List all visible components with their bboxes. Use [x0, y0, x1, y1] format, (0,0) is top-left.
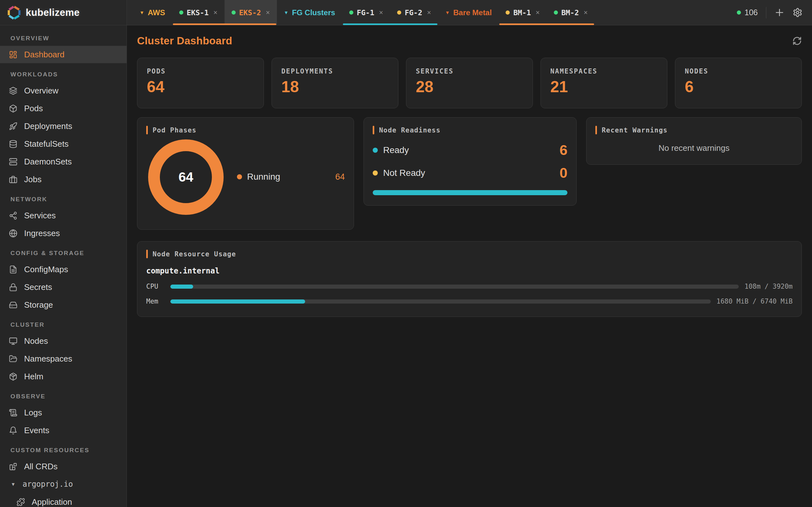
- sidebar-item-namespaces[interactable]: Namespaces: [0, 350, 126, 368]
- briefcase-icon: [9, 175, 17, 184]
- sidebar-item-label: Deployments: [24, 121, 72, 131]
- readiness-label: Not Ready: [383, 168, 425, 178]
- status-dot: [232, 10, 236, 14]
- tab-fg-1[interactable]: FG-1 ×: [342, 0, 390, 25]
- sidebar-item-logs[interactable]: Logs: [0, 404, 126, 421]
- usage-label: Mem: [146, 297, 170, 305]
- card-header: Recent Warnings: [595, 126, 793, 134]
- sidebar-item-label: Helm: [24, 372, 44, 382]
- legend-label: Running: [247, 172, 280, 182]
- usage-value: 1680 MiB / 6740 MiB: [716, 297, 793, 305]
- settings-button[interactable]: [793, 8, 803, 17]
- tab-bm-1[interactable]: BM-1 ×: [499, 0, 547, 25]
- close-icon[interactable]: ×: [583, 9, 588, 17]
- mem-usage-track: [170, 299, 711, 303]
- sidebar-item-label: Services: [24, 211, 56, 221]
- triangle-down-icon: ▼: [445, 10, 450, 15]
- close-icon[interactable]: ×: [536, 9, 540, 17]
- readiness-progress-track: [373, 190, 567, 195]
- tab-label: EKS-2: [239, 9, 261, 17]
- sidebar-item-label: Ingresses: [24, 228, 60, 238]
- accent-bar: [595, 126, 597, 134]
- sidebar-item-deployments[interactable]: Deployments: [0, 117, 126, 135]
- app-root: kubelizeme OVERVIEW Dashboard WORKLOADS …: [0, 0, 812, 507]
- readiness-row-not-ready: Not Ready 0: [373, 166, 567, 180]
- sidebar-item-label: Events: [24, 426, 49, 435]
- add-cluster-button[interactable]: [774, 8, 784, 17]
- close-icon[interactable]: ×: [427, 9, 431, 17]
- stat-card-pods: PODS 64: [137, 58, 264, 108]
- usage-row-mem: Mem 1680 MiB / 6740 MiB: [146, 297, 793, 305]
- main-content: Cluster Dashboard PODS 64 DEPLOYMENTS 18…: [127, 25, 812, 507]
- sidebar-item-nodes[interactable]: Nodes: [0, 332, 126, 350]
- stat-value: 21: [550, 79, 658, 95]
- close-icon[interactable]: ×: [379, 9, 383, 17]
- sidebar-item-application[interactable]: Application: [0, 493, 126, 507]
- sidebar-item-dashboard[interactable]: Dashboard: [0, 46, 126, 63]
- tab-group-aws[interactable]: ▼ AWS: [133, 0, 172, 25]
- tab-group-underline: [343, 23, 438, 25]
- sidebar-item-label: Logs: [24, 408, 42, 418]
- section-header-observe: OBSERVE: [0, 385, 126, 404]
- hard-drive-icon: [9, 301, 17, 309]
- sidebar-item-label: Jobs: [24, 175, 42, 184]
- cluster-tab-group-fg: FG-1 × FG-2 ×: [342, 0, 438, 25]
- stat-label: DEPLOYMENTS: [281, 67, 389, 75]
- cpu-usage-fill: [170, 285, 193, 289]
- sidebar-item-secrets[interactable]: Secrets: [0, 278, 126, 296]
- package-icon: [9, 372, 17, 381]
- sidebar-item-helm[interactable]: Helm: [0, 368, 126, 385]
- database-icon: [9, 140, 17, 148]
- sidebar-nav: OVERVIEW Dashboard WORKLOADS Overview Po…: [0, 25, 126, 507]
- sidebar-item-label: Secrets: [24, 282, 52, 292]
- tab-bm-2[interactable]: BM-2 ×: [547, 0, 595, 25]
- accent-bar: [373, 126, 374, 134]
- section-header-cluster: CLUSTER: [0, 314, 126, 332]
- file-text-icon: [9, 265, 17, 274]
- card-title: Node Resource Usage: [153, 250, 236, 258]
- tab-fg-2[interactable]: FG-2 ×: [390, 0, 438, 25]
- middle-row: Pod Phases 64 Running 64 Node Readi: [137, 117, 802, 230]
- server-icon: [9, 158, 17, 166]
- sidebar-item-configmaps[interactable]: ConfigMaps: [0, 261, 126, 278]
- sidebar-item-label: Namespaces: [24, 354, 72, 364]
- folder-open-icon: [9, 354, 17, 363]
- tab-eks-2[interactable]: EKS-2 ×: [224, 0, 277, 25]
- sidebar-item-all-crds[interactable]: All CRDs: [0, 458, 126, 475]
- accent-bar: [146, 126, 148, 134]
- topbar: ▼ AWS EKS-1 × EKS-2 × ▼ FG Clusters FG-1: [127, 0, 812, 25]
- sidebar-item-daemonsets[interactable]: DaemonSets: [0, 153, 126, 170]
- sidebar-item-pods[interactable]: Pods: [0, 100, 126, 117]
- sidebar-item-jobs[interactable]: Jobs: [0, 170, 126, 188]
- pod-phases-body: 64 Running 64: [146, 134, 345, 215]
- readiness-progress-fill: [373, 190, 567, 195]
- sidebar-item-statefulsets[interactable]: StatefulSets: [0, 135, 126, 153]
- sidebar-item-services[interactable]: Services: [0, 207, 126, 224]
- status-dot: [349, 10, 353, 14]
- tab-eks-1[interactable]: EKS-1 ×: [172, 0, 224, 25]
- sidebar: kubelizeme OVERVIEW Dashboard WORKLOADS …: [0, 0, 127, 507]
- card-header: Pod Phases: [146, 126, 345, 134]
- close-icon[interactable]: ×: [266, 9, 270, 17]
- close-icon[interactable]: ×: [213, 9, 217, 17]
- rocket-icon: [9, 122, 17, 130]
- sidebar-item-argoproj-group[interactable]: ▼ argoproj.io: [0, 475, 126, 493]
- sidebar-item-label: Nodes: [24, 336, 48, 346]
- stat-value: 18: [281, 79, 389, 95]
- sidebar-item-storage[interactable]: Storage: [0, 296, 126, 314]
- gear-icon: [793, 8, 803, 17]
- refresh-button[interactable]: [792, 36, 802, 46]
- monitor-icon: [9, 337, 17, 345]
- node-resource-usage-card: Node Resource Usage compute.internal CPU…: [137, 241, 802, 317]
- status-dot: [373, 148, 378, 153]
- tab-group-bare-metal[interactable]: ▼ Bare Metal: [438, 0, 499, 25]
- status-dot: [397, 10, 401, 14]
- sidebar-item-ingresses[interactable]: Ingresses: [0, 224, 126, 242]
- sidebar-item-events[interactable]: Events: [0, 421, 126, 439]
- card-header: Node Resource Usage: [146, 250, 793, 258]
- sidebar-item-overview[interactable]: Overview: [0, 82, 126, 100]
- title-row: Cluster Dashboard: [137, 35, 802, 47]
- tab-group-fg-clusters[interactable]: ▼ FG Clusters: [277, 0, 342, 25]
- layers-icon: [9, 87, 17, 95]
- scroll-icon: [9, 408, 17, 417]
